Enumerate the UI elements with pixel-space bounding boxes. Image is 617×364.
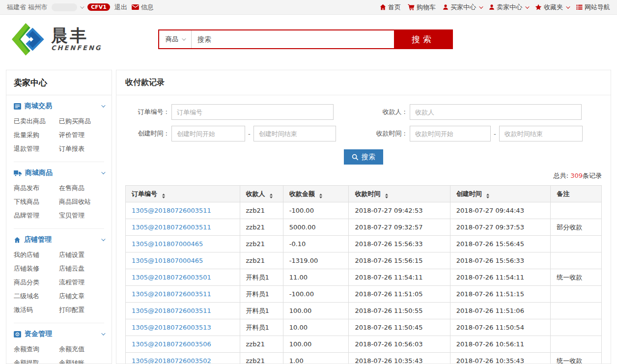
table-row: 1305@101807000465 zzb21 -1319.00 2018-07… [126,252,602,269]
username-dropdown[interactable] [52,3,83,11]
sort-icon [162,194,165,198]
sidebar-item[interactable]: 商品分类 [14,276,59,289]
cell-payee: zzb21 [240,336,283,353]
cell-order-no: 1305@20180726003511 [126,202,240,219]
sidebar-item[interactable]: 店铺设置 [59,248,104,262]
sidebar-item[interactable]: 打印配置 [59,303,104,317]
sidebar-item[interactable]: 商品发布 [14,181,59,195]
create-time-start-field[interactable] [171,126,245,141]
section-header-trade[interactable]: 商城交易 [14,102,104,111]
order-link[interactable]: 1305@20180726003511 [132,224,211,231]
col-create-time[interactable]: 创建时间 [450,186,550,202]
cell-create-time: 2018-07-26 11:54:11 [450,269,550,286]
region-label: 福建省 福州市 [7,3,47,12]
sidebar-item[interactable]: 我的店铺 [14,248,59,262]
menu-icon [576,4,583,10]
cell-order-no: 1305@20180726003511 [126,286,240,303]
logo-en: CHENFENG [51,44,102,52]
col-amount[interactable]: 收款金额 [283,186,349,202]
cell-payee: zzb21 [240,353,283,364]
sidebar-item[interactable]: 店铺装修 [14,262,59,276]
sidebar-item[interactable]: 已购买商品 [59,114,104,128]
order-no-field[interactable] [171,104,334,120]
nav-home[interactable]: 首页 [380,3,401,12]
search-button[interactable]: 搜索 [394,30,452,48]
message-link[interactable]: 信息 [132,3,154,12]
sidebar-item[interactable]: 宝贝管理 [59,209,104,223]
cell-note [551,236,602,252]
level-badge[interactable]: CFV1 [87,3,110,11]
col-order-no[interactable]: 订单编号 [126,186,240,202]
order-link[interactable]: 1305@20180726003511 [132,307,211,314]
sidebar-item[interactable]: 退款管理 [14,142,59,156]
chevron-down-icon [101,237,105,241]
sidebar-item[interactable]: 激活码 [14,303,59,317]
sidebar-item[interactable]: 评价管理 [59,128,104,142]
cell-payee: zzb21 [240,202,283,219]
order-link[interactable]: 1305@20180726003506 [132,340,211,348]
sidebar-item[interactable]: 订单报表 [59,142,104,156]
sidebar-item[interactable]: 店铺文章 [59,289,104,303]
cell-payee: 开料员1 [240,303,283,319]
nav-seller-center[interactable]: 卖家中心 [489,3,528,12]
sidebar-item[interactable]: 品牌管理 [14,209,59,223]
logo-mark [9,22,47,57]
order-link[interactable]: 1305@20180726003511 [132,207,211,214]
sidebar-item[interactable]: 流程管理 [59,276,104,289]
col-pay-time[interactable]: 收款时间 [349,186,450,202]
cell-payee: 开料员1 [240,286,283,303]
order-link[interactable]: 1305@20180726003501 [132,274,211,281]
cell-note: 统一收款 [551,353,602,364]
chevron-down-icon [525,4,529,8]
section-header-shop[interactable]: 店铺管理 [14,235,104,244]
cell-note [551,286,602,303]
sidebar-item[interactable]: 店铺云盘 [59,262,104,276]
logout-link[interactable]: 退出 [114,3,127,12]
order-link[interactable]: 1305@20180726003513 [132,324,211,331]
doc-icon [14,103,21,110]
sidebar-item[interactable]: 余额转账 [59,356,104,364]
cell-create-time: 2018-07-27 09:37:53 [450,219,550,236]
cell-amount: 100.00 [283,303,349,319]
search-category-select[interactable]: 商品 [159,30,192,48]
logo-cn: 晨丰 [51,27,102,45]
payee-field[interactable] [410,104,582,120]
sidebar-item[interactable]: 二级域名 [14,289,59,303]
col-payee[interactable]: 收款人 [240,186,283,202]
sidebar-item[interactable]: 余额提取 [14,356,59,364]
sidebar-section-trade: 商城交易 已卖出商品已购买商品批量采购评价管理退款管理订单报表 [14,95,104,162]
order-link[interactable]: 1305@20180726003511 [132,290,211,298]
sidebar-item[interactable]: 批量采购 [14,128,59,142]
create-time-end-field[interactable] [253,126,336,141]
order-link[interactable]: 1305@20180726003502 [132,357,211,364]
search-input[interactable] [192,30,394,48]
logo[interactable]: 晨丰 CHENFENG [9,22,122,57]
range-dash: - [494,130,496,138]
order-link[interactable]: 1305@101807000465 [132,240,203,248]
sidebar-item[interactable]: 余额充值 [59,342,104,356]
topbar: 福建省 福州市 CFV1 退出 信息 首页 购物车 买家中心 卖家中心 [0,0,617,15]
sidebar-item[interactable]: 下线商品 [14,195,59,209]
create-time-label: 创建时间 : [125,129,168,138]
pay-time-start-field[interactable] [410,126,491,141]
table-row: 1305@20180726003502 zzb21 1.00 2018-07-2… [126,353,602,364]
order-link[interactable]: 1305@101807000465 [132,257,203,264]
nav-favorites[interactable]: 收藏夹 [535,3,569,12]
main-panel: 收付款记录 订单编号 : 收款人 : 创建时间 : - [116,70,611,364]
sidebar-item[interactable]: 已卖出商品 [14,114,59,128]
cell-pay-time: 2018-07-26 10:35:43 [349,353,450,364]
table-row: 1305@20180726003511 开料员1 -100.00 2018-07… [126,286,602,303]
section-header-goods[interactable]: 商城商品 [14,168,104,177]
filter-search-button[interactable]: 搜索 [344,149,383,165]
sidebar-item[interactable]: 余额查询 [14,342,59,356]
sidebar-item[interactable]: 在售商品 [59,181,104,195]
pay-time-end-field[interactable] [499,126,583,141]
nav-buyer-center[interactable]: 买家中心 [443,3,482,12]
cell-order-no: 1305@101807000465 [126,236,240,252]
section-header-funds[interactable]: 资金管理 [14,330,104,338]
nav-sitemap[interactable]: 网站导航 [576,3,610,12]
cell-amount: 10.00 [283,319,349,336]
nav-cart[interactable]: 购物车 [408,3,436,12]
records-table: 订单编号 收款人 收款金额 收款时间 创建时间 [125,185,602,364]
sidebar-item[interactable]: 商品回收站 [59,195,104,209]
